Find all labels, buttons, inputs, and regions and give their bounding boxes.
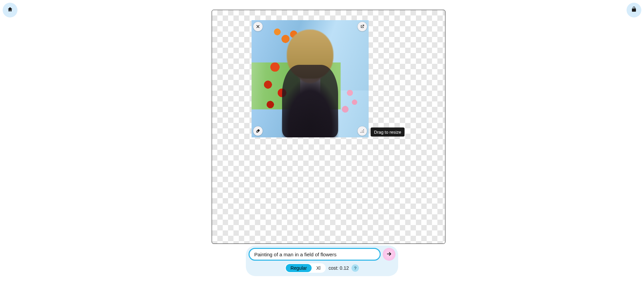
svg-point-5 <box>361 132 361 133</box>
resize-tooltip: Drag to resize <box>371 128 405 137</box>
svg-point-3 <box>363 132 364 133</box>
tile-erase-button[interactable] <box>253 126 263 136</box>
size-toggle: Regular Xl <box>285 263 326 273</box>
tile-close-button[interactable] <box>253 22 263 31</box>
svg-point-1 <box>363 131 364 131</box>
size-option-xl[interactable]: Xl <box>312 264 325 272</box>
external-link-icon <box>360 24 365 29</box>
cost-label: cost: 0.12 <box>328 265 349 271</box>
svg-point-0 <box>363 129 364 130</box>
svg-point-2 <box>362 131 363 131</box>
prompt-input[interactable] <box>249 248 381 261</box>
home-icon <box>7 6 13 14</box>
prompt-bar: Regular Xl cost: 0.12 ? <box>246 246 398 276</box>
unlock-icon <box>631 6 637 14</box>
resize-handle-icon <box>360 129 364 133</box>
close-icon <box>256 24 260 29</box>
size-option-regular[interactable]: Regular <box>286 264 312 272</box>
eraser-icon <box>256 129 260 133</box>
image-tile[interactable]: Drag to resize <box>252 20 369 137</box>
tile-resize-handle[interactable] <box>358 126 367 136</box>
tile-expand-button[interactable] <box>358 22 367 31</box>
help-button[interactable]: ? <box>352 264 359 272</box>
arrow-right-icon <box>386 251 392 258</box>
submit-button[interactable] <box>383 248 395 261</box>
home-button[interactable] <box>3 3 17 17</box>
generated-image <box>252 20 369 137</box>
svg-point-4 <box>362 132 363 133</box>
canvas-board[interactable]: Drag to resize <box>212 10 445 244</box>
lock-toggle-button[interactable] <box>627 3 641 17</box>
prompt-input-row <box>249 248 395 261</box>
prompt-options-row: Regular Xl cost: 0.12 ? <box>249 263 395 273</box>
